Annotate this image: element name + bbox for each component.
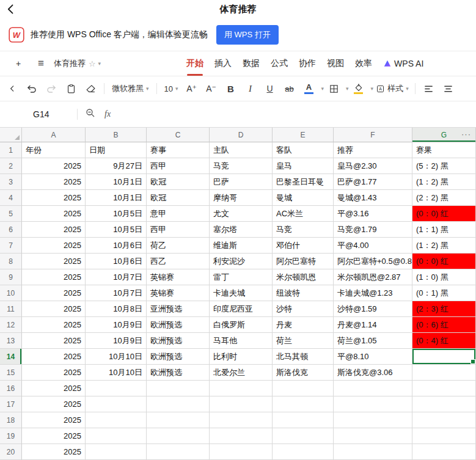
underline-button[interactable]: U — [263, 79, 277, 98]
row-header-8[interactable]: 8 — [0, 254, 22, 269]
cell-G4[interactable]: (2：2) 黑 — [412, 190, 476, 206]
document-name[interactable]: 体育推荐 ☆ ▾ — [54, 58, 101, 69]
cell-C19[interactable] — [147, 428, 210, 444]
cell-F3[interactable]: 巴萨@1.77 — [334, 174, 412, 190]
font-name-select[interactable]: 微软雅黑 ▾ — [112, 83, 149, 94]
cell-C3[interactable]: 欧冠 — [147, 174, 210, 190]
cell-B5[interactable]: 10月5日 — [86, 206, 147, 222]
cell-D4[interactable]: 摩纳哥 — [210, 190, 273, 206]
cell-A2[interactable]: 2025 — [22, 158, 86, 174]
cell-F12[interactable]: 丹麦@1.14 — [334, 317, 412, 333]
row-header-20[interactable]: 20 — [0, 444, 22, 460]
cell-G17[interactable] — [412, 396, 476, 412]
cell-B12[interactable]: 10月9日 — [86, 317, 147, 333]
cell-E14[interactable]: 北马其顿 — [273, 349, 334, 365]
cell-G2[interactable]: (5：2) 黑 — [412, 158, 476, 174]
row-header-9[interactable]: 9 — [0, 269, 22, 285]
cell-C14[interactable]: 欧洲预选 — [147, 349, 210, 365]
cell-B7[interactable]: 10月6日 — [86, 238, 147, 254]
column-header-D[interactable]: D — [210, 128, 273, 142]
borders-button[interactable] — [326, 79, 341, 98]
row-header-1[interactable]: 1 — [0, 142, 22, 158]
cell-F7[interactable]: 平@4.00 — [334, 238, 412, 254]
cell-A14[interactable]: 2025 — [22, 349, 86, 365]
cell-G15[interactable] — [412, 365, 476, 381]
tab-公式[interactable]: 公式 — [271, 51, 288, 76]
cell-B1[interactable]: 日期 — [86, 142, 147, 158]
row-header-15[interactable]: 15 — [0, 365, 22, 381]
cell-A11[interactable]: 2025 — [22, 301, 86, 317]
cell-A12[interactable]: 2025 — [22, 317, 86, 333]
cell-B18[interactable] — [86, 412, 147, 428]
cell-F10[interactable]: 卡迪夫城@1.23 — [334, 285, 412, 301]
cell-C15[interactable]: 欧洲预选 — [147, 365, 210, 381]
cell-A6[interactable]: 2025 — [22, 222, 86, 238]
back-icon[interactable] — [5, 3, 17, 15]
cell-G18[interactable] — [412, 412, 476, 428]
cell-F9[interactable]: 米尔顿凯恩@2.87 — [334, 269, 412, 285]
font-size-select[interactable]: 10 ▾ — [164, 84, 178, 93]
cell-D18[interactable] — [210, 412, 273, 428]
cell-A7[interactable]: 2025 — [22, 238, 86, 254]
cell-A10[interactable]: 2025 — [22, 285, 86, 301]
clipboard-icon[interactable] — [64, 79, 78, 98]
cell-B2[interactable]: 9月27日 — [86, 158, 147, 174]
cell-G7[interactable]: (1：2) 黑 — [412, 238, 476, 254]
row-header-3[interactable]: 3 — [0, 174, 22, 190]
cell-B14[interactable]: 10月10日 — [86, 349, 147, 365]
cell-G5[interactable]: (0：0) 红 — [412, 206, 476, 222]
tab-协作[interactable]: 协作 — [299, 51, 316, 76]
cell-E5[interactable]: AC米兰 — [273, 206, 334, 222]
strikethrough-button[interactable]: ab — [282, 79, 297, 98]
cell-G19[interactable] — [412, 428, 476, 444]
row-header-4[interactable]: 4 — [0, 190, 22, 206]
cell-F11[interactable]: 沙特@1.59 — [334, 301, 412, 317]
cell-D16[interactable] — [210, 381, 273, 396]
cell-F5[interactable]: 平@3.16 — [334, 206, 412, 222]
cell-C18[interactable] — [147, 412, 210, 428]
cell-A19[interactable]: 2025 — [22, 428, 86, 444]
menu-icon[interactable]: ≡ — [38, 57, 44, 70]
cell-G13[interactable]: (0：4) 红 — [412, 333, 476, 349]
cell-reference-box[interactable]: G14 — [33, 109, 77, 119]
cell-C8[interactable]: 西乙 — [147, 254, 210, 269]
cell-G6[interactable]: (1：1) 黑 — [412, 222, 476, 238]
row-header-16[interactable]: 16 — [0, 381, 22, 396]
cell-A15[interactable]: 2025 — [22, 365, 86, 381]
cell-G11[interactable]: (2：3) 红 — [412, 301, 476, 317]
cell-C7[interactable]: 荷乙 — [147, 238, 210, 254]
cell-F8[interactable]: 阿尔巴塞特+0.5@0.8 — [334, 254, 412, 269]
cell-A20[interactable]: 2025 — [22, 444, 86, 460]
cell-A4[interactable]: 2025 — [22, 190, 86, 206]
chevron-down-icon[interactable]: ▾ — [321, 86, 324, 92]
font-color-button[interactable]: A — [302, 79, 317, 98]
tab-插入[interactable]: 插入 — [214, 51, 232, 76]
tab-wps-ai[interactable]: WPS AI — [383, 51, 423, 76]
cell-F19[interactable] — [334, 428, 412, 444]
cell-F16[interactable] — [334, 381, 412, 396]
cell-A8[interactable]: 2025 — [22, 254, 86, 269]
cell-A18[interactable]: 2025 — [22, 412, 86, 428]
cell-C13[interactable]: 欧洲预选 — [147, 333, 210, 349]
cell-A13[interactable]: 2025 — [22, 333, 86, 349]
cell-F2[interactable]: 皇马@2.30 — [334, 158, 412, 174]
cell-E12[interactable]: 丹麦 — [273, 317, 334, 333]
cell-F20[interactable] — [334, 444, 412, 460]
cell-D19[interactable] — [210, 428, 273, 444]
formula-input[interactable] — [111, 101, 476, 127]
cell-B9[interactable]: 10月7日 — [86, 269, 147, 285]
cell-E1[interactable]: 客队 — [273, 142, 334, 158]
cell-B6[interactable]: 10月5日 — [86, 222, 147, 238]
align-left-icon[interactable] — [422, 79, 436, 98]
cell-D13[interactable]: 马耳他 — [210, 333, 273, 349]
cell-D11[interactable]: 印度尼西亚 — [210, 301, 273, 317]
row-header-5[interactable]: 5 — [0, 206, 22, 222]
cell-D10[interactable]: 卡迪夫城 — [210, 285, 273, 301]
cell-E9[interactable]: 米尔顿凯恩 — [273, 269, 334, 285]
cell-style-button[interactable]: A 样式 ▾ — [376, 79, 409, 98]
cell-G10[interactable]: (0：1) 黑 — [412, 285, 476, 301]
cell-E13[interactable]: 荷兰 — [273, 333, 334, 349]
bold-button[interactable]: B — [224, 79, 238, 98]
cell-C16[interactable] — [147, 381, 210, 396]
row-header-6[interactable]: 6 — [0, 222, 22, 238]
